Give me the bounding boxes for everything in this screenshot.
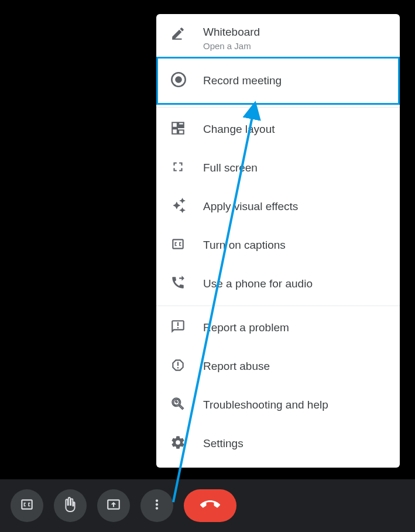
captions-button[interactable] (11, 489, 43, 522)
menu-item-captions[interactable]: Turn on captions (156, 226, 400, 265)
present-button[interactable] (97, 489, 130, 522)
feedback-icon (170, 319, 186, 337)
troubleshoot-icon (170, 396, 186, 414)
report-icon (170, 358, 186, 375)
menu-label-report-problem: Report a problem (203, 321, 386, 334)
menu-label-settings: Settings (203, 437, 386, 450)
raise-hand-button[interactable] (54, 489, 87, 522)
captions-icon (170, 236, 186, 254)
menu-label-change-layout: Change layout (203, 123, 386, 136)
svg-rect-0 (172, 39, 181, 40)
fullscreen-icon (170, 159, 186, 177)
record-icon (170, 71, 187, 90)
menu-item-report-problem[interactable]: Report a problem (156, 308, 400, 347)
more-vert-icon (149, 497, 164, 514)
menu-item-phone-audio[interactable]: Use a phone for audio (156, 265, 400, 303)
menu-sublabel-whiteboard: Open a Jam (203, 41, 386, 51)
menu-label-visual-effects: Apply visual effects (203, 200, 386, 213)
menu-label-whiteboard: Whiteboard (203, 26, 386, 39)
call-toolbar (0, 479, 415, 532)
call-end-icon (200, 495, 220, 517)
menu-label-troubleshooting: Troubleshooting and help (203, 399, 386, 411)
more-options-menu: Whiteboard Open a Jam Record meeting Cha… (156, 14, 400, 468)
menu-item-record[interactable]: Record meeting (156, 57, 400, 105)
menu-label-captions: Turn on captions (203, 239, 386, 252)
menu-item-report-abuse[interactable]: Report abuse (156, 347, 400, 386)
menu-item-settings[interactable]: Settings (156, 424, 400, 463)
menu-item-whiteboard[interactable]: Whiteboard Open a Jam (156, 14, 400, 57)
end-call-button[interactable] (184, 489, 236, 522)
menu-label-report-abuse: Report abuse (203, 360, 386, 373)
more-options-button[interactable] (140, 489, 173, 522)
menu-label-record: Record meeting (203, 74, 386, 87)
phone-forward-icon (170, 275, 186, 293)
menu-item-troubleshooting[interactable]: Troubleshooting and help (156, 386, 400, 424)
menu-label-full-screen: Full screen (203, 162, 386, 174)
menu-item-change-layout[interactable]: Change layout (156, 110, 400, 149)
layout-icon (170, 121, 186, 138)
menu-divider (156, 306, 400, 306)
hand-icon (63, 497, 78, 514)
present-icon (106, 497, 121, 514)
menu-label-phone-audio: Use a phone for audio (203, 277, 386, 290)
gear-icon (170, 435, 186, 452)
menu-divider (156, 107, 400, 108)
svg-point-2 (175, 76, 182, 83)
sparkle-icon (170, 198, 186, 215)
menu-item-visual-effects[interactable]: Apply visual effects (156, 187, 400, 226)
cc-icon (19, 497, 35, 514)
menu-item-full-screen[interactable]: Full screen (156, 149, 400, 187)
pencil-icon (170, 26, 186, 43)
